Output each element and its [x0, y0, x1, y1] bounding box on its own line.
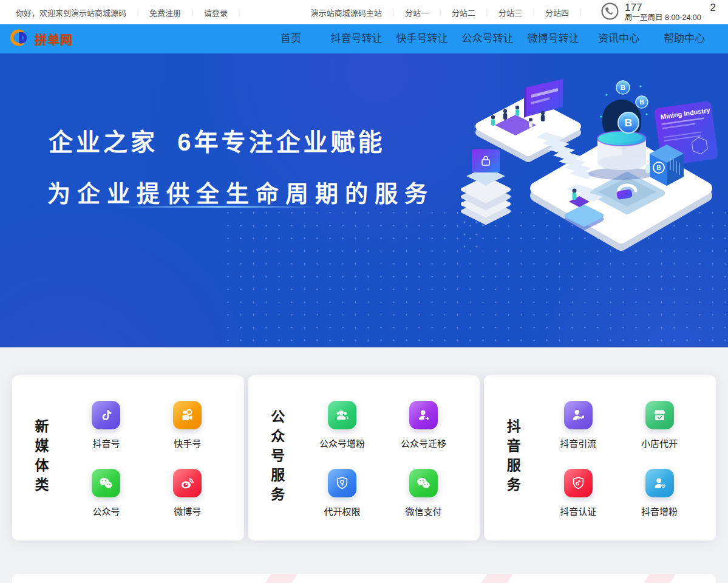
- register-link[interactable]: 免费注册: [149, 7, 181, 18]
- service-item-douyin[interactable]: 抖音号: [92, 401, 120, 449]
- pink-slash-decoration: [427, 574, 518, 583]
- service-item-fans[interactable]: 抖音增粉: [641, 469, 678, 517]
- hotline-text: 177 2 周一至周日 8:00-24:00: [625, 2, 716, 22]
- service-item-label: 抖音引流: [560, 437, 596, 449]
- separator: ｜: [236, 7, 243, 18]
- kuaishou-icon: [173, 401, 202, 429]
- hotline-number-2: 2: [710, 2, 716, 13]
- nav-item-douyin[interactable]: 抖音号转让: [324, 24, 389, 53]
- sub-site-link-2[interactable]: 分站二: [452, 7, 475, 18]
- service-item-label: 公众号增粉: [319, 437, 365, 449]
- service-item-wechat-pay[interactable]: 微信支付: [405, 469, 441, 517]
- service-item-permission[interactable]: 代开权限: [324, 469, 361, 517]
- service-cards-row: 新媒体类 抖音号 快手号: [12, 375, 716, 540]
- navbar: 拼单网 首页 抖音号转让 快手号转让 公众号转让 微博号转让 资讯中心 帮助中心: [0, 24, 728, 53]
- separator: ｜: [437, 7, 444, 18]
- separator: ｜: [483, 7, 491, 18]
- card-wechat-services: 公众号服务 公众号增粉: [248, 375, 480, 540]
- hero-banner: 企业之家 6年专注企业赋能 为企业提供全生命周期的服务: [0, 53, 728, 347]
- service-item-migrate[interactable]: 公众号迁移: [401, 401, 446, 449]
- service-item-verify[interactable]: 抖音认证: [560, 469, 596, 517]
- weibo-icon: [173, 469, 202, 497]
- hero-title-line1: 企业之家 6年专注企业赋能: [49, 123, 385, 158]
- card-new-media: 新媒体类 抖音号 快手号: [12, 375, 244, 540]
- douyin-icon: [92, 401, 120, 429]
- pink-slash-decoration: [211, 574, 302, 583]
- phone-icon: [600, 2, 619, 22]
- service-item-label: 小店代开: [641, 437, 678, 449]
- card-title-wechat-services: 公众号服务: [267, 409, 287, 506]
- sub-site-link-4[interactable]: 分站四: [545, 7, 569, 18]
- separator: ｜: [530, 7, 537, 18]
- nav-item-kuaishou[interactable]: 快手号转让: [389, 24, 455, 53]
- service-item-label: 抖音认证: [560, 505, 596, 517]
- logo-mark-icon: [10, 27, 30, 50]
- service-item-followers[interactable]: 公众号增粉: [319, 401, 365, 449]
- svg-text:B: B: [621, 84, 625, 91]
- hotline-number: 177: [625, 2, 642, 13]
- svg-text:B: B: [639, 99, 644, 106]
- service-item-kuaishou[interactable]: 快手号: [173, 401, 202, 449]
- card-grid: 公众号增粉 公众号迁移: [287, 375, 480, 540]
- wechat-icon: [92, 469, 120, 497]
- nav-item-weibo[interactable]: 微博号转让: [520, 24, 586, 53]
- service-item-label: 抖音增粉: [641, 505, 678, 517]
- separator: ｜: [390, 7, 397, 18]
- followers-group-icon: [328, 401, 356, 429]
- card-douyin-services: 抖音服务 抖音引流: [484, 375, 716, 540]
- nav-item-wechat[interactable]: 公众号转让: [455, 24, 520, 53]
- service-item-wechat[interactable]: 公众号: [92, 469, 120, 517]
- shop-check-icon: [645, 401, 674, 429]
- nav-item-home[interactable]: 首页: [258, 24, 324, 53]
- pink-slash-decoration: [590, 574, 681, 583]
- card-title-douyin-services: 抖音服务: [502, 419, 523, 497]
- service-item-label: 公众号: [92, 505, 120, 517]
- login-link[interactable]: 请登录: [204, 7, 228, 18]
- next-section-card: [12, 574, 716, 583]
- nav-item-news[interactable]: 资讯中心: [586, 24, 651, 53]
- welcome-text: 你好，欢迎来到演示站商城源码: [16, 7, 126, 18]
- service-item-label: 微博号: [174, 505, 201, 517]
- service-item-label: 微信支付: [405, 505, 441, 517]
- separator: ｜: [577, 7, 584, 18]
- service-item-shop[interactable]: 小店代开: [641, 401, 678, 449]
- topbar: 你好，欢迎来到演示站商城源码 ｜ 免费注册 ｜ 请登录 ｜ 演示站商城源码主站 …: [0, 0, 728, 24]
- service-item-traffic[interactable]: 抖音引流: [560, 401, 596, 449]
- hero-illustration: B B B Mining Industry B: [455, 60, 728, 260]
- site-logo[interactable]: 拼单网: [10, 27, 73, 50]
- sub-site-link-1[interactable]: 分站一: [405, 7, 429, 18]
- user-migrate-icon: [409, 401, 438, 429]
- hero-underline-glow: [118, 206, 319, 208]
- card-title-new-media: 新媒体类: [30, 419, 51, 497]
- svg-text:B: B: [656, 165, 661, 171]
- nav-item-help[interactable]: 帮助中心: [651, 24, 717, 53]
- user-trend-icon: [564, 401, 593, 429]
- hotline-block: 177 2 周一至周日 8:00-24:00: [600, 2, 716, 22]
- nav-menu: 首页 抖音号转让 快手号转让 公众号转让 微博号转让 资讯中心 帮助中心: [258, 24, 717, 53]
- service-item-label: 公众号迁移: [401, 437, 446, 449]
- service-item-label: 代开权限: [324, 505, 361, 517]
- service-item-label: 抖音号: [92, 437, 120, 449]
- card-grid: 抖音号 快手号: [51, 375, 244, 540]
- hotline-hours: 周一至周日 8:00-24:00: [625, 13, 716, 22]
- logo-text: 拼单网: [35, 30, 73, 48]
- topbar-right: 演示站商城源码主站 ｜ 分站一 ｜ 分站二 ｜ 分站三 ｜ 分站四 ｜ 177 …: [311, 2, 716, 22]
- shield-music-icon: [564, 469, 593, 497]
- separator: ｜: [134, 7, 141, 18]
- user-heart-icon: [645, 469, 674, 497]
- hero-title-line2: 为企业提供全生命周期的服务: [47, 175, 434, 208]
- svg-text:B: B: [625, 117, 632, 129]
- sub-site-link-3[interactable]: 分站三: [498, 7, 522, 18]
- main-site-link[interactable]: 演示站商城源码主站: [311, 7, 382, 18]
- separator: ｜: [189, 7, 196, 18]
- shield-key-icon: [328, 469, 356, 497]
- card-grid: 抖音引流 小店代开 抖: [523, 375, 716, 540]
- service-item-weibo[interactable]: 微博号: [173, 469, 202, 517]
- wechat-pay-icon: [409, 469, 438, 497]
- service-item-label: 快手号: [174, 437, 201, 449]
- topbar-left: 你好，欢迎来到演示站商城源码 ｜ 免费注册 ｜ 请登录 ｜: [16, 7, 243, 18]
